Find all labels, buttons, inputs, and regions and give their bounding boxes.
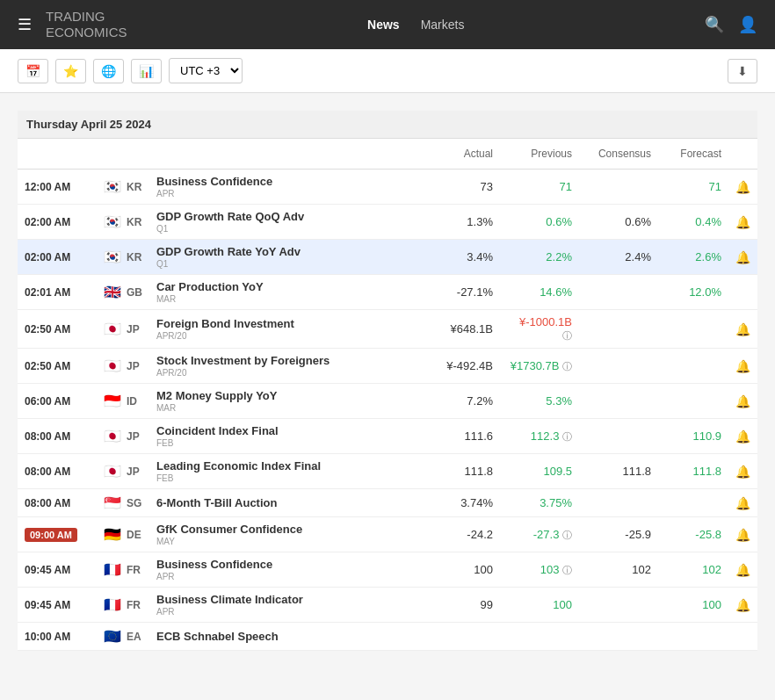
time-text: 02:50 AM xyxy=(25,360,70,372)
actual-cell: 99 xyxy=(430,588,500,623)
country-code: JP xyxy=(127,430,140,443)
indicator-cell-container[interactable]: Business Confidence APR xyxy=(149,170,430,205)
calendar-button[interactable]: 📅 xyxy=(18,59,48,83)
indicator-cell-container[interactable]: GDP Growth Rate QoQ Adv Q1 xyxy=(149,205,430,240)
flag-icon: 🇬🇧 xyxy=(104,284,121,300)
actual-cell: 111.8 xyxy=(430,454,500,489)
actual-cell: -27.1% xyxy=(430,275,500,310)
bell-cell: 🔔 xyxy=(728,170,757,205)
bell-icon[interactable]: 🔔 xyxy=(735,215,750,229)
user-icon[interactable]: 👤 xyxy=(738,15,757,34)
country-cell: 🇪🇺 EA xyxy=(97,623,149,651)
indicator-cell-container[interactable]: Stock Investment by Foreigners APR/20 xyxy=(149,349,430,384)
table-row: 09:45 AM 🇫🇷 FR Business Confidence APR 1… xyxy=(18,552,757,588)
indicator-cell-container[interactable]: ECB Schnabel Speech xyxy=(149,623,430,651)
time-cell: 08:00 AM xyxy=(18,419,97,454)
forecast-cell: 0.4% xyxy=(658,205,728,240)
indicator-cell: ECB Schnabel Speech xyxy=(156,630,423,643)
bell-icon[interactable]: 🔔 xyxy=(735,465,750,479)
bell-cell: 🔔 xyxy=(728,419,757,454)
table-row: 09:00 AM 🇩🇪 DE GfK Consumer Confidence M… xyxy=(18,517,757,552)
bell-icon[interactable]: 🔔 xyxy=(735,250,750,264)
bell-icon[interactable]: 🔔 xyxy=(735,496,750,510)
country-cell: 🇬🇧 GB xyxy=(97,275,149,310)
indicator-cell-container[interactable]: Coincident Index Final FEB xyxy=(149,419,430,454)
consensus-cell xyxy=(579,588,658,623)
bell-icon[interactable]: 🔔 xyxy=(735,322,750,336)
consensus-cell xyxy=(579,384,658,419)
col-country xyxy=(97,139,149,170)
table-row: 02:50 AM 🇯🇵 JP Stock Investment by Forei… xyxy=(18,349,757,384)
country-code: EA xyxy=(127,631,141,643)
star-button[interactable]: ⭐ xyxy=(55,59,86,83)
indicator-cell-container[interactable]: Leading Economic Index Final FEB xyxy=(149,454,430,489)
table-row: 02:00 AM 🇰🇷 KR GDP Growth Rate YoY Adv Q… xyxy=(18,240,757,275)
indicator-cell-container[interactable]: M2 Money Supply YoY MAR xyxy=(149,384,430,419)
col-actual: Actual xyxy=(430,139,500,170)
search-icon[interactable]: 🔍 xyxy=(705,15,724,34)
indicator-name: GDP Growth Rate YoY Adv xyxy=(156,245,423,258)
country-code: JP xyxy=(127,360,140,372)
consensus-cell: 102 xyxy=(579,552,658,588)
hamburger-menu[interactable]: ☰ xyxy=(18,15,32,34)
indicator-period: MAR xyxy=(156,294,423,304)
indicator-cell-container[interactable]: Foreign Bond Investment APR/20 xyxy=(149,310,430,349)
nav-markets[interactable]: Markets xyxy=(421,18,465,32)
calendar-table: Thursday April 25 2024 Actual Previous C… xyxy=(18,111,757,651)
indicator-cell-container[interactable]: Business Confidence APR xyxy=(149,552,430,588)
bell-icon[interactable]: 🔔 xyxy=(735,359,750,373)
info-icon[interactable]: ⓘ xyxy=(562,330,572,341)
indicator-cell-container[interactable]: Car Production YoY MAR xyxy=(149,275,430,310)
info-icon[interactable]: ⓘ xyxy=(562,565,572,575)
indicator-cell: Coincident Index Final FEB xyxy=(156,424,423,448)
time-text: 06:00 AM xyxy=(25,395,70,408)
indicator-period: FEB xyxy=(156,438,423,448)
table-row: 08:00 AM 🇯🇵 JP Leading Economic Index Fi… xyxy=(18,454,757,489)
country-col: 🇬🇧 GB xyxy=(104,284,142,300)
globe-button[interactable]: 🌐 xyxy=(93,59,124,83)
indicator-cell-container[interactable]: 6-Month T-Bill Auction xyxy=(149,489,430,517)
country-code: ID xyxy=(127,395,137,408)
table-row: 02:00 AM 🇰🇷 KR GDP Growth Rate QoQ Adv Q… xyxy=(18,205,757,240)
time-text: 12:00 AM xyxy=(25,181,70,193)
indicator-cell-container[interactable]: Business Climate Indicator APR xyxy=(149,588,430,623)
logo-line1: TRADING xyxy=(46,9,127,25)
country-code: SG xyxy=(127,497,141,509)
country-col: 🇰🇷 KR xyxy=(104,178,142,195)
country-cell: 🇯🇵 JP xyxy=(97,349,149,384)
actual-cell xyxy=(430,623,500,651)
actual-cell: 7.2% xyxy=(430,384,500,419)
download-button[interactable]: ⬇ xyxy=(728,59,757,83)
nav-news[interactable]: News xyxy=(367,18,400,32)
bell-icon[interactable]: 🔔 xyxy=(735,429,750,444)
indicator-cell: Business Climate Indicator APR xyxy=(156,593,423,617)
bell-icon[interactable]: 🔔 xyxy=(735,394,750,408)
bell-icon[interactable]: 🔔 xyxy=(735,528,750,542)
bell-icon[interactable]: 🔔 xyxy=(735,598,750,612)
flag-icon: 🇪🇺 xyxy=(104,628,121,645)
info-icon[interactable]: ⓘ xyxy=(562,530,572,540)
timezone-select[interactable]: UTC +3 xyxy=(169,58,243,83)
bell-cell: 🔔 xyxy=(728,384,757,419)
header-left: ☰ TRADING ECONOMICS xyxy=(18,9,127,40)
time-cell: 08:00 AM xyxy=(18,489,97,517)
bell-icon[interactable]: 🔔 xyxy=(735,563,750,577)
time-cell: 02:00 AM xyxy=(18,240,97,275)
time-text: 02:00 AM xyxy=(25,251,70,263)
table-row: 10:00 AM 🇪🇺 EA ECB Schnabel Speech xyxy=(18,623,757,651)
info-icon[interactable]: ⓘ xyxy=(562,361,572,372)
previous-cell: -27.3 ⓘ xyxy=(500,517,579,552)
previous-cell: 5.3% xyxy=(500,384,579,419)
country-col: 🇫🇷 FR xyxy=(104,561,142,578)
indicator-cell-container[interactable]: GDP Growth Rate YoY Adv Q1 xyxy=(149,240,430,275)
table-row: 02:01 AM 🇬🇧 GB Car Production YoY MAR -2… xyxy=(18,275,757,310)
indicator-cell-container[interactable]: GfK Consumer Confidence MAY xyxy=(149,517,430,552)
info-icon[interactable]: ⓘ xyxy=(562,431,572,442)
indicator-name: Business Confidence xyxy=(156,558,423,571)
time-text: 08:00 AM xyxy=(25,430,70,443)
indicator-cell: Leading Economic Index Final FEB xyxy=(156,459,423,483)
actual-cell: 3.74% xyxy=(430,489,500,517)
chart-button[interactable]: 📊 xyxy=(131,59,162,83)
bell-icon[interactable]: 🔔 xyxy=(735,180,750,194)
country-col: 🇩🇪 DE xyxy=(104,526,142,543)
